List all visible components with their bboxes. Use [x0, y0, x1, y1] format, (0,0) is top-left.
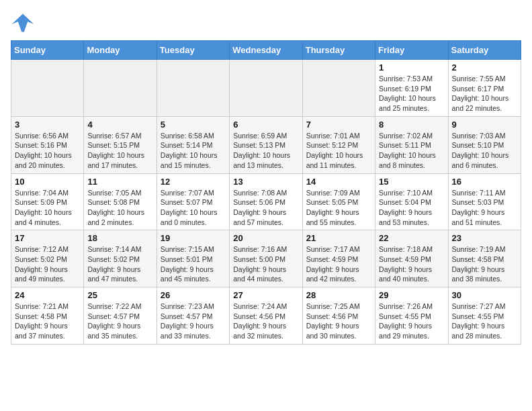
day-number: 14 — [306, 177, 371, 187]
day-info: Sunrise: 7:55 AMSunset: 6:17 PMDaylight:… — [452, 74, 517, 113]
week-row-5: 24Sunrise: 7:21 AMSunset: 4:58 PMDayligh… — [11, 287, 521, 345]
day-number: 19 — [161, 233, 226, 243]
day-number: 29 — [379, 290, 444, 300]
day-info: Sunrise: 6:56 AMSunset: 5:16 PMDaylight:… — [15, 131, 80, 171]
day-cell: 24Sunrise: 7:21 AMSunset: 4:58 PMDayligh… — [11, 287, 84, 345]
logo — [11, 11, 38, 35]
day-number: 20 — [233, 233, 298, 243]
day-info: Sunrise: 7:16 AMSunset: 5:00 PMDaylight:… — [233, 244, 298, 284]
header-cell-tuesday: Tuesday — [157, 41, 229, 60]
day-number: 26 — [161, 290, 226, 300]
header-cell-friday: Friday — [375, 41, 448, 60]
day-number: 13 — [233, 177, 298, 187]
day-info: Sunrise: 7:04 AMSunset: 5:09 PMDaylight:… — [15, 188, 80, 228]
day-number: 3 — [15, 120, 80, 130]
day-number: 18 — [87, 233, 152, 243]
week-row-2: 3Sunrise: 6:56 AMSunset: 5:16 PMDaylight… — [11, 116, 521, 173]
day-cell: 28Sunrise: 7:25 AMSunset: 4:56 PMDayligh… — [302, 287, 375, 345]
day-cell: 17Sunrise: 7:12 AMSunset: 5:02 PMDayligh… — [11, 230, 84, 287]
day-cell — [157, 60, 229, 117]
header-cell-wednesday: Wednesday — [230, 41, 302, 60]
day-cell — [302, 60, 375, 117]
day-info: Sunrise: 6:57 AMSunset: 5:15 PMDaylight:… — [87, 131, 152, 171]
day-number: 17 — [15, 233, 80, 243]
day-info: Sunrise: 7:12 AMSunset: 5:02 PMDaylight:… — [15, 244, 80, 284]
day-cell: 1Sunrise: 7:53 AMSunset: 6:19 PMDaylight… — [375, 60, 448, 117]
day-cell: 6Sunrise: 6:59 AMSunset: 5:13 PMDaylight… — [230, 116, 302, 173]
header-cell-monday: Monday — [84, 41, 157, 60]
day-info: Sunrise: 7:26 AMSunset: 4:55 PMDaylight:… — [379, 302, 444, 341]
day-number: 4 — [87, 120, 152, 130]
day-cell — [84, 60, 157, 117]
day-info: Sunrise: 6:58 AMSunset: 5:14 PMDaylight:… — [161, 131, 226, 171]
svg-marker-0 — [12, 14, 34, 32]
day-number: 22 — [379, 233, 444, 243]
day-number: 27 — [233, 290, 298, 300]
day-number: 7 — [306, 120, 371, 130]
day-info: Sunrise: 7:27 AMSunset: 4:55 PMDaylight:… — [452, 302, 517, 341]
day-cell: 30Sunrise: 7:27 AMSunset: 4:55 PMDayligh… — [448, 287, 521, 345]
day-number: 2 — [452, 62, 517, 73]
day-cell: 4Sunrise: 6:57 AMSunset: 5:15 PMDaylight… — [84, 116, 157, 173]
day-number: 1 — [379, 62, 444, 73]
day-cell: 8Sunrise: 7:02 AMSunset: 5:11 PMDaylight… — [375, 116, 448, 173]
day-info: Sunrise: 7:24 AMSunset: 4:56 PMDaylight:… — [233, 302, 298, 341]
day-cell: 7Sunrise: 7:01 AMSunset: 5:12 PMDaylight… — [302, 116, 375, 173]
day-cell: 23Sunrise: 7:19 AMSunset: 4:58 PMDayligh… — [448, 230, 521, 287]
calendar-table: SundayMondayTuesdayWednesdayThursdayFrid… — [11, 40, 521, 345]
day-number: 15 — [379, 177, 444, 187]
day-cell: 12Sunrise: 7:07 AMSunset: 5:07 PMDayligh… — [157, 173, 229, 230]
logo-icon — [11, 11, 35, 35]
day-info: Sunrise: 7:19 AMSunset: 4:58 PMDaylight:… — [452, 244, 517, 284]
day-info: Sunrise: 7:09 AMSunset: 5:05 PMDaylight:… — [306, 188, 371, 228]
day-cell: 26Sunrise: 7:23 AMSunset: 4:57 PMDayligh… — [157, 287, 229, 345]
day-info: Sunrise: 7:18 AMSunset: 4:59 PMDaylight:… — [379, 244, 444, 284]
day-info: Sunrise: 7:08 AMSunset: 5:06 PMDaylight:… — [233, 188, 298, 228]
day-cell: 11Sunrise: 7:05 AMSunset: 5:08 PMDayligh… — [84, 173, 157, 230]
day-cell: 9Sunrise: 7:03 AMSunset: 5:10 PMDaylight… — [448, 116, 521, 173]
day-info: Sunrise: 7:01 AMSunset: 5:12 PMDaylight:… — [306, 131, 371, 171]
day-cell: 19Sunrise: 7:15 AMSunset: 5:01 PMDayligh… — [157, 230, 229, 287]
day-cell: 21Sunrise: 7:17 AMSunset: 4:59 PMDayligh… — [302, 230, 375, 287]
day-info: Sunrise: 7:11 AMSunset: 5:03 PMDaylight:… — [452, 188, 517, 228]
header-cell-thursday: Thursday — [302, 41, 375, 60]
week-row-1: 1Sunrise: 7:53 AMSunset: 6:19 PMDaylight… — [11, 60, 521, 117]
day-info: Sunrise: 7:10 AMSunset: 5:04 PMDaylight:… — [379, 188, 444, 228]
day-cell: 27Sunrise: 7:24 AMSunset: 4:56 PMDayligh… — [230, 287, 302, 345]
day-info: Sunrise: 7:05 AMSunset: 5:08 PMDaylight:… — [87, 188, 152, 228]
day-cell: 10Sunrise: 7:04 AMSunset: 5:09 PMDayligh… — [11, 173, 84, 230]
day-info: Sunrise: 7:17 AMSunset: 4:59 PMDaylight:… — [306, 244, 371, 284]
day-cell: 15Sunrise: 7:10 AMSunset: 5:04 PMDayligh… — [375, 173, 448, 230]
day-number: 24 — [15, 290, 80, 300]
header — [11, 11, 521, 35]
day-cell: 16Sunrise: 7:11 AMSunset: 5:03 PMDayligh… — [448, 173, 521, 230]
week-row-3: 10Sunrise: 7:04 AMSunset: 5:09 PMDayligh… — [11, 173, 521, 230]
day-info: Sunrise: 7:14 AMSunset: 5:02 PMDaylight:… — [87, 244, 152, 284]
day-number: 11 — [87, 177, 152, 187]
day-info: Sunrise: 7:02 AMSunset: 5:11 PMDaylight:… — [379, 131, 444, 171]
day-cell: 5Sunrise: 6:58 AMSunset: 5:14 PMDaylight… — [157, 116, 229, 173]
day-cell: 18Sunrise: 7:14 AMSunset: 5:02 PMDayligh… — [84, 230, 157, 287]
day-cell — [230, 60, 302, 117]
day-cell: 3Sunrise: 6:56 AMSunset: 5:16 PMDaylight… — [11, 116, 84, 173]
day-number: 9 — [452, 120, 517, 130]
day-info: Sunrise: 7:07 AMSunset: 5:07 PMDaylight:… — [161, 188, 226, 228]
week-row-4: 17Sunrise: 7:12 AMSunset: 5:02 PMDayligh… — [11, 230, 521, 287]
day-cell: 25Sunrise: 7:22 AMSunset: 4:57 PMDayligh… — [84, 287, 157, 345]
day-number: 25 — [87, 290, 152, 300]
day-number: 28 — [306, 290, 371, 300]
day-info: Sunrise: 7:03 AMSunset: 5:10 PMDaylight:… — [452, 131, 517, 171]
day-info: Sunrise: 6:59 AMSunset: 5:13 PMDaylight:… — [233, 131, 298, 171]
day-info: Sunrise: 7:22 AMSunset: 4:57 PMDaylight:… — [87, 302, 152, 341]
day-info: Sunrise: 7:53 AMSunset: 6:19 PMDaylight:… — [379, 74, 444, 113]
day-cell: 22Sunrise: 7:18 AMSunset: 4:59 PMDayligh… — [375, 230, 448, 287]
day-cell: 13Sunrise: 7:08 AMSunset: 5:06 PMDayligh… — [230, 173, 302, 230]
day-number: 5 — [161, 120, 226, 130]
day-number: 21 — [306, 233, 371, 243]
day-info: Sunrise: 7:15 AMSunset: 5:01 PMDaylight:… — [161, 244, 226, 284]
day-cell: 20Sunrise: 7:16 AMSunset: 5:00 PMDayligh… — [230, 230, 302, 287]
day-number: 12 — [161, 177, 226, 187]
calendar-body: 1Sunrise: 7:53 AMSunset: 6:19 PMDaylight… — [11, 60, 521, 345]
day-cell: 29Sunrise: 7:26 AMSunset: 4:55 PMDayligh… — [375, 287, 448, 345]
calendar-header: SundayMondayTuesdayWednesdayThursdayFrid… — [11, 41, 521, 60]
